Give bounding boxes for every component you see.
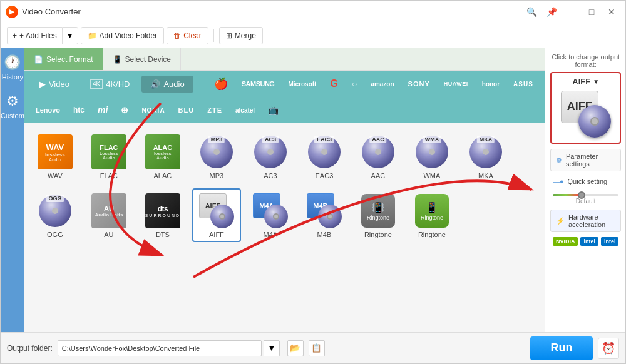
brand-samsung[interactable]: SAMSUNG <box>237 78 280 89</box>
m4a-label: M4A <box>264 231 278 238</box>
format-item-m4a[interactable]: M4A M4A <box>246 188 295 242</box>
search-button[interactable]: 🔍 <box>523 5 540 19</box>
brand-amazon[interactable]: amazon <box>366 79 399 89</box>
4khd-type-btn[interactable]: 4K 4K/HD <box>81 76 139 93</box>
format-type-row: ▶ Video 4K 4K/HD 🔊 Audio 🍎 SAMSUNG Micro… <box>24 71 545 97</box>
add-files-dropdown[interactable]: ▼ <box>62 27 78 44</box>
format-item-ringtone-apple[interactable]: 📳 Ringtone Ringtone <box>354 188 403 242</box>
slider-track[interactable] <box>553 194 619 196</box>
audio-type-btn[interactable]: 🔊 Audio <box>141 76 193 93</box>
hw-accel-icon: ⚡ <box>556 217 565 225</box>
brand-honor[interactable]: honor <box>477 79 505 89</box>
tab-select-format[interactable]: 📄 Select Format <box>24 48 103 70</box>
ringtone-android-icon: 📱 Ringtone <box>415 194 449 228</box>
brand-oneplus[interactable]: ⊕ <box>116 103 133 117</box>
format-item-eac3[interactable]: EAC3 EAC3 <box>300 129 349 183</box>
history-icon: 🕐 <box>4 54 21 71</box>
gpu-logos-row: NVIDIA intel intel <box>550 235 622 248</box>
maximize-button[interactable]: □ <box>583 5 600 19</box>
device-icon: 📱 <box>113 55 122 64</box>
format-item-m4b[interactable]: M4B M4B <box>300 188 349 242</box>
flac-icon-wrapper: FLAC Lossless Audio <box>90 133 128 171</box>
eac3-icon-wrapper: EAC3 <box>305 133 343 171</box>
wav-icon-wrapper: WAV lossless Audio <box>36 133 74 171</box>
brand-xiaomi[interactable]: mi <box>93 103 113 117</box>
brand-apple[interactable]: 🍎 <box>209 75 233 93</box>
output-format-box[interactable]: AIFF ▼ AIFF <box>550 72 622 144</box>
add-folder-button[interactable]: 📁 Add Video Folder <box>81 27 165 44</box>
sidebar: 🕐 History ⚙ Custom <box>1 48 24 332</box>
dts-icon: dts SURROUND <box>145 193 180 228</box>
aiff-large-disc <box>578 105 611 138</box>
brand-asus[interactable]: ASUS <box>508 79 538 89</box>
format-item-aac[interactable]: AAC AAC <box>354 129 403 183</box>
hardware-acceleration-button[interactable]: ⚡ Hardware acceleration <box>550 210 622 232</box>
run-button[interactable]: Run <box>530 336 593 360</box>
parameter-settings-button[interactable]: ⚙ Parameter settings <box>550 149 622 171</box>
ringtone-apple-icon: 📳 Ringtone <box>361 194 395 228</box>
format-item-ogg[interactable]: OGG OGG <box>31 188 80 242</box>
format-item-alac[interactable]: ALAC lossless Audio ALAC <box>138 129 187 183</box>
app-icon: ▶ <box>6 6 18 18</box>
aiff-disc <box>210 205 234 228</box>
format-item-mka[interactable]: MKA MKA <box>461 129 510 183</box>
aiff-large-icon: AIFF <box>561 91 611 138</box>
intel-logo-1: intel <box>580 237 598 246</box>
title-bar: ▶ Video Converter 🔍 📌 — □ ✕ <box>1 1 625 23</box>
select-format-label: Select Format <box>46 55 93 64</box>
folder-browse-button[interactable]: 📂 <box>287 340 304 356</box>
format-item-ac3[interactable]: AC3 AC3 <box>246 129 295 183</box>
format-item-mp3[interactable]: MP3 MP3 <box>192 129 241 183</box>
brand-lenovo[interactable]: Lenovo <box>31 104 65 116</box>
brand-unknown1[interactable]: ○ <box>347 77 362 91</box>
format-item-ringtone-android[interactable]: 📱 Ringtone Ringtone <box>408 188 456 242</box>
sidebar-item-history[interactable]: 🕐 History <box>1 48 24 87</box>
m4b-label: M4B <box>317 231 332 238</box>
aiff-disc-inner <box>219 213 225 220</box>
output-format-name: AIFF <box>572 77 590 86</box>
slider-thumb[interactable] <box>578 191 585 199</box>
format-panel-container: 📄 Select Format 📱 Select Device ▶ Video … <box>24 48 545 332</box>
brand-alcatel[interactable]: alcatel <box>230 105 260 116</box>
ogg-disc-inner <box>52 208 58 214</box>
brand-huawei[interactable]: HUAWEI <box>439 79 473 89</box>
brand-sony[interactable]: SONY <box>403 78 435 89</box>
add-folder-label: Add Video Folder <box>100 31 158 40</box>
brand-nokia[interactable]: NOKIA <box>136 105 170 116</box>
aac-disc-inner <box>375 149 381 155</box>
merge-button[interactable]: ⊞ Merge <box>219 27 263 44</box>
clear-button[interactable]: 🗑 Clear <box>167 27 208 44</box>
alac-label: ALAC <box>154 172 172 179</box>
format-item-wma[interactable]: WMA WMA <box>408 129 456 183</box>
quick-setting-row[interactable]: —● Quick setting <box>550 174 622 188</box>
brand-tv[interactable]: 📺 <box>263 103 284 117</box>
video-type-btn[interactable]: ▶ Video <box>31 76 78 93</box>
format-item-flac[interactable]: FLAC Lossless Audio FLAC <box>85 129 133 183</box>
title-bar-left: ▶ Video Converter <box>6 6 81 18</box>
tab-select-device[interactable]: 📱 Select Device <box>103 48 181 70</box>
brand-zte[interactable]: ZTE <box>202 104 227 116</box>
toolbar: + + Add Files ▼ 📁 Add Video Folder 🗑 Cle… <box>1 23 625 48</box>
pin-button[interactable]: 📌 <box>543 5 560 19</box>
folder-action-button[interactable]: 📋 <box>309 340 325 356</box>
device-logos-row2: Lenovo htc mi ⊕ NOKIA BLU ZTE alcatel 📺 <box>24 97 545 123</box>
title-bar-controls: 🔍 📌 — □ ✕ <box>523 5 620 19</box>
brand-google[interactable]: G <box>325 76 342 91</box>
brand-blu[interactable]: BLU <box>173 104 200 116</box>
output-format-icon-area: AIFF <box>561 89 611 139</box>
add-files-button[interactable]: + + Add Files <box>7 27 62 44</box>
minimize-button[interactable]: — <box>563 5 580 19</box>
output-path-dropdown[interactable]: ▼ <box>264 340 280 356</box>
format-item-au[interactable]: AU Audio Units AU <box>85 188 133 242</box>
brand-htc[interactable]: htc <box>68 104 90 116</box>
close-button[interactable]: ✕ <box>603 5 620 19</box>
4k-icon: 4K <box>90 79 103 89</box>
format-item-dts[interactable]: dts SURROUND DTS <box>138 188 187 242</box>
brand-microsoft[interactable]: Microsoft <box>283 79 321 89</box>
output-path-input[interactable] <box>58 340 262 356</box>
sidebar-item-custom[interactable]: ⚙ Custom <box>1 87 24 126</box>
timer-button[interactable]: ⏰ <box>598 338 619 359</box>
format-item-aiff[interactable]: AIFF AIFF <box>192 188 241 242</box>
format-item-wav[interactable]: WAV lossless Audio WAV <box>31 129 80 183</box>
wav-label: WAV <box>48 172 63 179</box>
